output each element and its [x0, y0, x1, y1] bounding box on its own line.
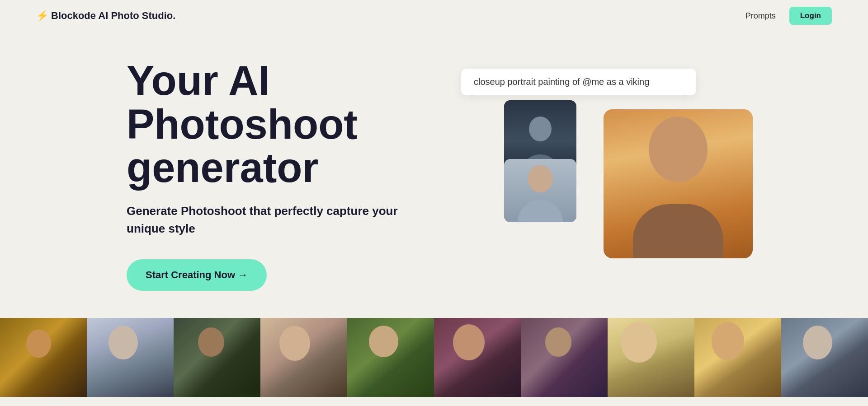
collage-image-main: [604, 109, 753, 258]
gallery-item: [781, 318, 868, 397]
prompt-text: closeup portrait painting of @me as a vi…: [474, 77, 649, 87]
gallery-item: [174, 318, 260, 397]
bolt-icon: ⚡: [36, 10, 48, 22]
gallery-item: [87, 318, 174, 397]
navbar: ⚡ Blockode AI Photo Studio. Prompts Logi…: [0, 0, 868, 32]
gallery-item: [608, 318, 694, 397]
brand-name: Blockode AI Photo Studio.: [51, 10, 175, 22]
gallery-strip: [0, 318, 868, 397]
gallery-item: [0, 318, 87, 397]
gallery-image-6: [434, 318, 521, 397]
gallery-item: [694, 318, 781, 397]
gallery-image-8: [608, 318, 694, 397]
prompt-card: closeup portrait painting of @me as a vi…: [461, 69, 696, 95]
gallery-image-7: [521, 318, 608, 397]
logo[interactable]: ⚡ Blockode AI Photo Studio.: [36, 10, 175, 22]
hero-left: Your AI Photoshoot generator Generate Ph…: [127, 50, 398, 291]
gallery-image-4: [260, 318, 347, 397]
login-button[interactable]: Login: [789, 7, 832, 25]
collage-image-small-bottom: [504, 159, 576, 222]
gallery-image-5: [347, 318, 434, 397]
gallery-item: [521, 318, 608, 397]
start-creating-button[interactable]: Start Creating Now →: [127, 259, 267, 291]
hero-title: Your AI Photoshoot generator: [127, 59, 398, 190]
nav-prompts-link[interactable]: Prompts: [745, 11, 776, 21]
hero-section: Your AI Photoshoot generator Generate Ph…: [0, 32, 868, 318]
images-collage: [504, 100, 753, 272]
gallery-image-3: [174, 318, 260, 397]
person-silhouette-2: [504, 159, 576, 222]
gallery-item: [434, 318, 521, 397]
hero-right: closeup portrait painting of @me as a vi…: [425, 69, 832, 272]
gallery-image-10: [781, 318, 868, 397]
nav-right: Prompts Login: [745, 7, 832, 25]
gallery-image-9: [694, 318, 781, 397]
gallery-image-1: [0, 318, 87, 397]
hero-subtitle: Generate Photoshoot that perfectly captu…: [127, 202, 398, 238]
gallery-image-2: [87, 318, 174, 397]
hero-subtitle-bold1: Generate Photoshoot that perfectly captu…: [127, 204, 372, 218]
gallery-item: [347, 318, 434, 397]
gallery-item: [260, 318, 347, 397]
person-silhouette-main: [604, 109, 753, 258]
